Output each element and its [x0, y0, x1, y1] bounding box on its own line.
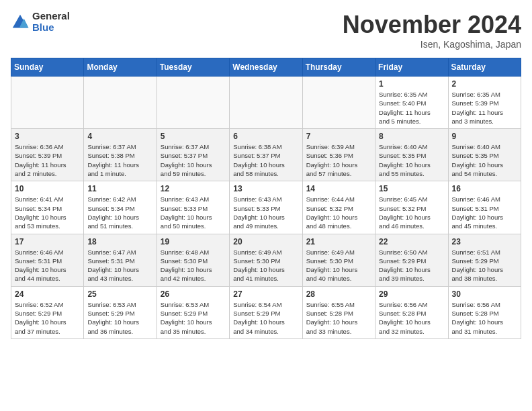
calendar-week-row: 3Sunrise: 6:36 AM Sunset: 5:39 PM Daylig…	[11, 129, 521, 181]
calendar-cell: 6Sunrise: 6:38 AM Sunset: 5:37 PM Daylig…	[230, 129, 302, 181]
calendar-cell: 9Sunrise: 6:40 AM Sunset: 5:35 PM Daylig…	[448, 129, 521, 181]
day-info: Sunrise: 6:37 AM Sunset: 5:38 PM Dayligh…	[87, 142, 152, 178]
day-number: 23	[452, 237, 517, 246]
calendar-cell: 14Sunrise: 6:44 AM Sunset: 5:32 PM Dayli…	[302, 181, 375, 234]
page-header: General Blue November 2024 Isen, Kagoshi…	[11, 11, 521, 50]
header-monday: Monday	[84, 58, 157, 77]
logo-text: General Blue	[32, 11, 70, 33]
calendar-cell: 27Sunrise: 6:54 AM Sunset: 5:29 PM Dayli…	[230, 286, 302, 338]
day-number: 8	[379, 132, 444, 141]
day-number: 24	[15, 289, 80, 299]
location-subtitle: Isen, Kagoshima, Japan	[343, 39, 521, 50]
day-info: Sunrise: 6:47 AM Sunset: 5:31 PM Dayligh…	[87, 248, 152, 283]
day-info: Sunrise: 6:51 AM Sunset: 5:29 PM Dayligh…	[452, 248, 517, 283]
calendar-cell: 1Sunrise: 6:35 AM Sunset: 5:40 PM Daylig…	[375, 77, 448, 129]
day-info: Sunrise: 6:40 AM Sunset: 5:35 PM Dayligh…	[452, 142, 517, 178]
day-info: Sunrise: 6:49 AM Sunset: 5:30 PM Dayligh…	[233, 248, 298, 283]
logo-icon	[11, 13, 30, 32]
day-number: 15	[379, 184, 444, 193]
calendar-cell: 11Sunrise: 6:42 AM Sunset: 5:34 PM Dayli…	[84, 181, 157, 234]
day-info: Sunrise: 6:52 AM Sunset: 5:29 PM Dayligh…	[15, 300, 80, 336]
day-number: 20	[233, 237, 298, 246]
day-number: 25	[87, 289, 152, 299]
day-info: Sunrise: 6:48 AM Sunset: 5:30 PM Dayligh…	[161, 248, 226, 283]
day-info: Sunrise: 6:49 AM Sunset: 5:30 PM Dayligh…	[306, 248, 371, 283]
day-number: 13	[233, 184, 298, 193]
day-info: Sunrise: 6:56 AM Sunset: 5:28 PM Dayligh…	[379, 300, 444, 336]
day-info: Sunrise: 6:55 AM Sunset: 5:28 PM Dayligh…	[306, 300, 371, 336]
title-area: November 2024 Isen, Kagoshima, Japan	[343, 11, 521, 50]
calendar-cell: 7Sunrise: 6:39 AM Sunset: 5:36 PM Daylig…	[302, 129, 375, 181]
calendar-cell: 21Sunrise: 6:49 AM Sunset: 5:30 PM Dayli…	[302, 234, 375, 286]
calendar-cell: 13Sunrise: 6:43 AM Sunset: 5:33 PM Dayli…	[230, 181, 302, 234]
day-number: 14	[306, 184, 371, 193]
day-number: 2	[452, 79, 517, 89]
day-number: 5	[161, 132, 226, 141]
day-info: Sunrise: 6:46 AM Sunset: 5:31 PM Dayligh…	[452, 195, 517, 230]
calendar-cell	[84, 77, 157, 129]
day-number: 30	[452, 289, 517, 299]
day-number: 12	[161, 184, 226, 193]
calendar-cell: 26Sunrise: 6:53 AM Sunset: 5:29 PM Dayli…	[157, 286, 229, 338]
calendar-cell: 15Sunrise: 6:45 AM Sunset: 5:32 PM Dayli…	[375, 181, 448, 234]
day-info: Sunrise: 6:56 AM Sunset: 5:28 PM Dayligh…	[452, 300, 517, 336]
calendar-cell: 17Sunrise: 6:46 AM Sunset: 5:31 PM Dayli…	[11, 234, 84, 286]
header-tuesday: Tuesday	[157, 58, 229, 77]
day-number: 18	[87, 237, 152, 246]
calendar-cell: 4Sunrise: 6:37 AM Sunset: 5:38 PM Daylig…	[84, 129, 157, 181]
day-info: Sunrise: 6:41 AM Sunset: 5:34 PM Dayligh…	[15, 195, 80, 230]
calendar-header-row: SundayMondayTuesdayWednesdayThursdayFrid…	[11, 58, 521, 77]
header-wednesday: Wednesday	[230, 58, 302, 77]
day-info: Sunrise: 6:35 AM Sunset: 5:39 PM Dayligh…	[452, 90, 517, 126]
day-number: 9	[452, 132, 517, 141]
day-number: 1	[379, 79, 444, 89]
day-number: 4	[87, 132, 152, 141]
day-number: 3	[15, 132, 80, 141]
logo-blue: Blue	[32, 22, 70, 34]
calendar-cell: 16Sunrise: 6:46 AM Sunset: 5:31 PM Dayli…	[448, 181, 521, 234]
day-number: 28	[306, 289, 371, 299]
day-info: Sunrise: 6:43 AM Sunset: 5:33 PM Dayligh…	[233, 195, 298, 230]
day-number: 11	[87, 184, 152, 193]
calendar-cell: 5Sunrise: 6:37 AM Sunset: 5:37 PM Daylig…	[157, 129, 229, 181]
calendar-cell: 2Sunrise: 6:35 AM Sunset: 5:39 PM Daylig…	[448, 77, 521, 129]
calendar-cell	[157, 77, 229, 129]
day-info: Sunrise: 6:40 AM Sunset: 5:35 PM Dayligh…	[379, 142, 444, 178]
calendar-cell: 23Sunrise: 6:51 AM Sunset: 5:29 PM Dayli…	[448, 234, 521, 286]
day-info: Sunrise: 6:44 AM Sunset: 5:32 PM Dayligh…	[306, 195, 371, 230]
calendar-cell: 8Sunrise: 6:40 AM Sunset: 5:35 PM Daylig…	[375, 129, 448, 181]
day-info: Sunrise: 6:35 AM Sunset: 5:40 PM Dayligh…	[379, 90, 444, 126]
day-info: Sunrise: 6:39 AM Sunset: 5:36 PM Dayligh…	[306, 142, 371, 178]
month-title: November 2024	[343, 11, 521, 39]
calendar-week-row: 17Sunrise: 6:46 AM Sunset: 5:31 PM Dayli…	[11, 234, 521, 286]
day-number: 10	[15, 184, 80, 193]
day-info: Sunrise: 6:53 AM Sunset: 5:29 PM Dayligh…	[87, 300, 152, 336]
calendar-cell: 20Sunrise: 6:49 AM Sunset: 5:30 PM Dayli…	[230, 234, 302, 286]
day-info: Sunrise: 6:46 AM Sunset: 5:31 PM Dayligh…	[15, 248, 80, 283]
calendar-week-row: 24Sunrise: 6:52 AM Sunset: 5:29 PM Dayli…	[11, 286, 521, 338]
day-number: 19	[161, 237, 226, 246]
calendar-cell	[11, 77, 84, 129]
day-info: Sunrise: 6:37 AM Sunset: 5:37 PM Dayligh…	[161, 142, 226, 178]
day-info: Sunrise: 6:50 AM Sunset: 5:29 PM Dayligh…	[379, 248, 444, 283]
day-info: Sunrise: 6:43 AM Sunset: 5:33 PM Dayligh…	[161, 195, 226, 230]
day-number: 6	[233, 132, 298, 141]
day-info: Sunrise: 6:45 AM Sunset: 5:32 PM Dayligh…	[379, 195, 444, 230]
day-number: 27	[233, 289, 298, 299]
day-number: 21	[306, 237, 371, 246]
calendar-cell: 12Sunrise: 6:43 AM Sunset: 5:33 PM Dayli…	[157, 181, 229, 234]
day-number: 29	[379, 289, 444, 299]
calendar-cell: 24Sunrise: 6:52 AM Sunset: 5:29 PM Dayli…	[11, 286, 84, 338]
day-number: 16	[452, 184, 517, 193]
day-number: 22	[379, 237, 444, 246]
day-info: Sunrise: 6:54 AM Sunset: 5:29 PM Dayligh…	[233, 300, 298, 336]
header-saturday: Saturday	[448, 58, 521, 77]
calendar-cell	[302, 77, 375, 129]
calendar-cell: 25Sunrise: 6:53 AM Sunset: 5:29 PM Dayli…	[84, 286, 157, 338]
calendar-cell: 28Sunrise: 6:55 AM Sunset: 5:28 PM Dayli…	[302, 286, 375, 338]
logo: General Blue	[11, 11, 70, 33]
day-number: 26	[161, 289, 226, 299]
day-info: Sunrise: 6:38 AM Sunset: 5:37 PM Dayligh…	[233, 142, 298, 178]
calendar-cell: 10Sunrise: 6:41 AM Sunset: 5:34 PM Dayli…	[11, 181, 84, 234]
calendar-cell: 19Sunrise: 6:48 AM Sunset: 5:30 PM Dayli…	[157, 234, 229, 286]
